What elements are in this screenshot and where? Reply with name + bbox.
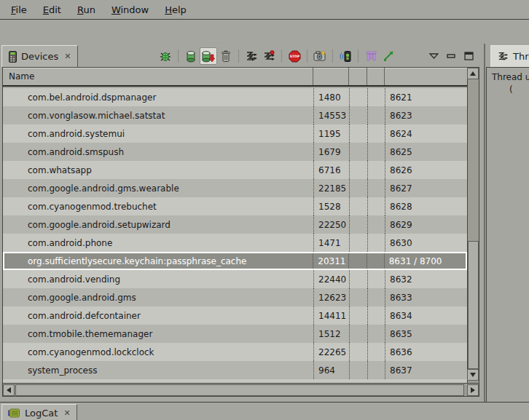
table-row[interactable]: com.android.phone14718630: [3, 234, 467, 252]
cell-e1: [349, 288, 367, 306]
menu-help[interactable]: Help: [157, 1, 195, 18]
cell-e1: [349, 215, 367, 234]
method-profiling-button[interactable]: [260, 47, 278, 65]
table-row[interactable]: system_process9648637: [3, 361, 467, 379]
device-android-icon: [340, 50, 351, 63]
dump-hprof-button[interactable]: [200, 47, 217, 65]
close-icon[interactable]: ✕: [63, 408, 70, 418]
cell-e2: [367, 325, 385, 343]
tab-devices[interactable]: Devices ✕: [1, 45, 78, 67]
column-header-port[interactable]: [385, 68, 467, 85]
minimize-button[interactable]: [442, 47, 460, 65]
menu-file[interactable]: File: [3, 1, 35, 18]
threads-message-line-1: Thread up: [492, 71, 529, 84]
update-threads-button[interactable]: [243, 47, 260, 65]
cell-pid: 12623: [313, 288, 349, 306]
purple-columns-icon: [366, 51, 377, 62]
threads-tabstrip: Threads: [490, 44, 529, 67]
table-header-row: Name: [3, 68, 467, 87]
cell-port: 8625: [385, 143, 467, 161]
tab-logcat[interactable]: LogCat ✕: [1, 404, 77, 420]
table-row[interactable]: com.google.android.setupwizard222508629: [3, 215, 467, 234]
debug-process-button[interactable]: [157, 47, 174, 65]
cell-pid: 22250: [313, 215, 349, 234]
maximize-button[interactable]: [460, 47, 477, 65]
cell-name: com.google.android.gms.wearable: [3, 179, 313, 197]
minimize-icon: [447, 54, 455, 58]
table-row[interactable]: com.android.smspush16798625: [3, 143, 467, 161]
table-row[interactable]: com.vonglasow.michael.satstat145538623: [3, 106, 467, 124]
scroll-right-button[interactable]: [467, 384, 479, 396]
cell-port: 8623: [385, 106, 467, 124]
menu-run[interactable]: Run: [69, 1, 103, 18]
table-row[interactable]: com.whatsapp67168626: [3, 161, 467, 179]
ddms-window: { "menu_bar": { "items": ["File", "Edit"…: [0, 0, 529, 420]
column-header-empty-1[interactable]: [349, 68, 367, 85]
table-row[interactable]: com.android.defcontainer144118634: [3, 306, 467, 325]
cell-port: 8635: [385, 325, 467, 343]
cell-e1: [349, 106, 367, 124]
cell-name: com.google.android.gms: [3, 288, 313, 306]
screen-capture-button[interactable]: [311, 47, 329, 65]
cell-e1: [349, 161, 367, 179]
screen-record-button[interactable]: [337, 47, 354, 65]
table-row[interactable]: com.bel.android.dspmanager14808621: [3, 88, 467, 106]
cell-e2: [367, 124, 385, 143]
cell-port: 8627: [385, 179, 467, 197]
cell-e2: [367, 88, 385, 106]
table-row[interactable]: com.google.android.gms126238633: [3, 288, 467, 306]
systrace-button[interactable]: [380, 47, 397, 65]
vertical-scrollbar[interactable]: [467, 68, 479, 383]
table-row[interactable]: com.android.systemui11958624: [3, 124, 467, 143]
horizontal-scrollbar-thumb[interactable]: [15, 384, 464, 396]
scroll-up-button[interactable]: [467, 68, 479, 79]
stop-process-button[interactable]: STOP: [286, 47, 303, 65]
table-row[interactable]: com.google.android.gms.wearable221858627: [3, 179, 467, 197]
ui-automator-button[interactable]: [362, 47, 380, 65]
cell-pid: 22440: [313, 270, 349, 288]
cell-name: com.android.defcontainer: [3, 306, 313, 325]
threads-arrows-red-dot-icon: [263, 50, 275, 63]
cell-e1: [349, 270, 367, 288]
threads-arrows-icon: [498, 51, 509, 62]
cell-name: system_process: [3, 361, 313, 379]
column-header-empty-2[interactable]: [367, 68, 385, 85]
table-row[interactable]: com.android.vending224408632: [3, 270, 467, 288]
cause-gc-button[interactable]: [217, 47, 235, 65]
pane-divider[interactable]: [484, 44, 485, 402]
close-icon[interactable]: ✕: [64, 52, 71, 61]
horizontal-scrollbar[interactable]: [3, 383, 479, 396]
column-header-name[interactable]: Name: [3, 68, 313, 85]
table-row[interactable]: com.cyanogenmod.lockclock222658636: [3, 343, 467, 361]
cell-e2: [367, 179, 385, 197]
cell-port: 8628: [385, 197, 467, 215]
cell-e1: [349, 143, 367, 161]
cell-e1: [349, 361, 367, 379]
scroll-down-button[interactable]: [467, 369, 479, 381]
cell-port: 8624: [385, 124, 467, 143]
view-menu-button[interactable]: [425, 47, 442, 65]
table-row[interactable]: com.cyanogenmod.trebuchet15288628: [3, 197, 467, 215]
menu-edit[interactable]: Edit: [35, 1, 69, 18]
cell-e2: [367, 343, 385, 361]
cell-pid: 964: [313, 361, 349, 379]
tab-threads[interactable]: Threads: [490, 45, 529, 67]
cell-pid: 14411: [313, 306, 349, 325]
vertical-scrollbar-thumb[interactable]: [468, 241, 479, 369]
devices-tabstrip: Devices ✕: [1, 44, 78, 67]
menu-window[interactable]: Window: [103, 1, 157, 18]
cell-e2: [367, 197, 385, 215]
table-row[interactable]: com.tmobile.thememanager15128635: [3, 325, 467, 343]
svg-text:STOP: STOP: [289, 55, 299, 58]
scroll-left-button[interactable]: [3, 384, 15, 396]
table-row-selected[interactable]: org.sufficientlysecure.keychain:passphra…: [3, 252, 467, 270]
cell-name: com.tmobile.thememanager: [3, 325, 313, 343]
column-header-pid[interactable]: [313, 68, 349, 85]
left-arrow-icon: [7, 387, 11, 393]
heap-cylinder-red-arrow-icon: [202, 50, 215, 63]
camera-icon: [313, 50, 326, 62]
update-heap-button[interactable]: [182, 47, 200, 65]
menu-bar: File Edit Run Window Help: [0, 0, 529, 20]
cell-e2: [367, 234, 385, 252]
cell-e2: [367, 161, 385, 179]
